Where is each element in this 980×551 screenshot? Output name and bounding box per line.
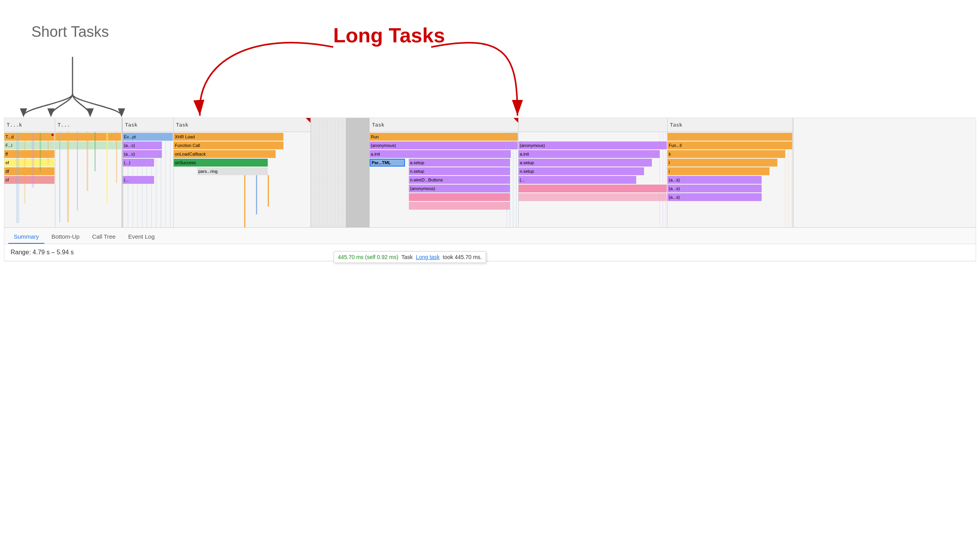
flame-dotsrow: (... bbox=[519, 176, 636, 184]
flame-parsing: pars...ring bbox=[197, 167, 268, 175]
gap-area2 bbox=[346, 118, 370, 227]
flame-onsuccess: onSuccess bbox=[174, 159, 268, 167]
flame-as5: (a...s) bbox=[668, 193, 762, 201]
mini-bar-6 bbox=[106, 132, 108, 203]
track-header-t2: T... bbox=[55, 118, 122, 132]
flame-partml: Par...TML bbox=[370, 159, 405, 167]
track-header-task3: Task bbox=[174, 118, 310, 132]
track-header-t2-label: T... bbox=[58, 122, 70, 128]
tab-call-tree[interactable]: Call Tree bbox=[87, 230, 121, 244]
track-col-task2: Task Ev...pt (a...s) (a...s) (...) (... bbox=[123, 118, 174, 227]
tooltip: 445.70 ms (self 0.92 ms) Task Long task … bbox=[334, 251, 486, 263]
flame-anon3 bbox=[409, 193, 510, 201]
mini-pattern3 bbox=[785, 132, 793, 227]
flame-as3: (a...s) bbox=[668, 176, 762, 184]
range-text: Range: 4.79 s – 5.94 s bbox=[11, 249, 74, 256]
flame-anon2: (anonymous) bbox=[409, 185, 510, 192]
svg-marker-0 bbox=[21, 109, 26, 116]
mini-bars-bg bbox=[4, 133, 54, 223]
track-col-task6: Task Run (anonymous) a.init Par...TML a.… bbox=[370, 118, 519, 227]
tab-bar: Summary Bottom-Up Call Tree Event Log bbox=[4, 228, 976, 244]
tab-summary[interactable]: Summary bbox=[8, 230, 44, 244]
flame-task8-main bbox=[668, 133, 792, 141]
flame-asetup1: a.setup bbox=[409, 159, 510, 167]
long-tasks-label: Long Tasks bbox=[333, 24, 445, 47]
track-header-task3-label: Task bbox=[176, 122, 188, 128]
track-col-task7: (anonymous) a.init a.setup n.setup (... bbox=[519, 118, 668, 227]
track-body-task2: Ev...pt (a...s) (a...s) (...) (... bbox=[123, 132, 173, 227]
flame-xhr: XHR Load bbox=[174, 133, 283, 141]
track-header-task8-label: Task bbox=[670, 122, 682, 128]
mini-pattern1 bbox=[506, 132, 518, 227]
svg-marker-2 bbox=[87, 109, 93, 116]
track-header-task2: Task bbox=[123, 118, 173, 132]
tick-1 bbox=[244, 175, 245, 227]
flame-row9 bbox=[409, 202, 510, 210]
flame-ainit1: a.init bbox=[370, 150, 511, 158]
tooltip-suffix: took 445.70 ms. bbox=[443, 254, 482, 260]
flame-pink2 bbox=[519, 193, 667, 201]
flame-funll: Fun...ll bbox=[668, 141, 792, 149]
flame-pink1 bbox=[519, 185, 667, 192]
red-triangle-1 bbox=[306, 118, 310, 123]
flame-i: i bbox=[668, 167, 769, 175]
tooltip-link[interactable]: Long task bbox=[416, 254, 440, 260]
mini-bar-1 bbox=[59, 132, 60, 222]
performance-panel: T...k T...d F...l ff ef bbox=[4, 118, 976, 261]
track-header-tk: T...k bbox=[4, 118, 55, 132]
track-header-task8: Task bbox=[668, 118, 793, 132]
mini-pattern2 bbox=[659, 132, 667, 227]
track-col-task3: Task XHR Load Function Call onLoadCallba… bbox=[174, 118, 311, 227]
flame-run: Run bbox=[370, 133, 518, 141]
track-header-tk-label: T...k bbox=[7, 122, 22, 128]
track-header-task6-label: Task bbox=[372, 122, 384, 128]
flame-anon4: (anonymous) bbox=[519, 141, 667, 149]
track-body-task7: (anonymous) a.init a.setup n.setup (... bbox=[519, 132, 667, 227]
flame-nsetup2: n.setup bbox=[519, 167, 644, 175]
track-body-task6: Run (anonymous) a.init Par...TML a.setup… bbox=[370, 132, 518, 227]
mini-bar-5 bbox=[94, 132, 96, 171]
track-body-tk: T...d F...l ff ef df bbox=[4, 132, 55, 227]
track-remainder bbox=[793, 118, 976, 227]
track-col-tk: T...k T...d F...l ff ef bbox=[4, 118, 55, 227]
tooltip-time: 445.70 ms (self 0.92 ms) bbox=[338, 254, 398, 260]
mini-bg bbox=[123, 132, 173, 227]
track-body-t2 bbox=[55, 132, 122, 227]
flame-func: Function Call bbox=[174, 141, 283, 149]
flame-nwired: n.wireD...Buttons bbox=[409, 176, 510, 184]
tooltip-text-pre: Task bbox=[401, 254, 413, 260]
track-header-task6: Task bbox=[370, 118, 518, 132]
mini-bar-2 bbox=[67, 132, 69, 222]
mini-bar-7 bbox=[116, 132, 117, 183]
track-col-t2: T... bbox=[55, 118, 122, 227]
tick-3 bbox=[268, 175, 269, 207]
tab-bottom-up[interactable]: Bottom-Up bbox=[46, 230, 85, 244]
tab-event-log[interactable]: Event Log bbox=[123, 230, 160, 244]
track-header-task7 bbox=[519, 118, 667, 132]
track-body-task8: Fun...ll k l i (a...s) (a...s) (a...s) bbox=[668, 132, 793, 227]
flame-onload: onLoadCallback bbox=[174, 150, 276, 158]
flame-asetup2: a.setup bbox=[519, 159, 652, 167]
svg-marker-1 bbox=[48, 109, 54, 116]
flame-ainit2: a.init bbox=[519, 150, 660, 158]
red-triangle-2 bbox=[514, 118, 518, 123]
svg-marker-3 bbox=[119, 109, 124, 116]
mini-bar-3 bbox=[77, 132, 78, 210]
range-bar: Range: 4.79 s – 5.94 s bbox=[4, 244, 976, 261]
flame-l: l bbox=[668, 159, 777, 167]
timeline-area: T...k T...d F...l ff ef bbox=[4, 118, 976, 228]
gap-pattern bbox=[311, 118, 346, 227]
short-tasks-label: Short Tasks bbox=[31, 24, 109, 40]
flame-as4: (a...s) bbox=[668, 185, 762, 192]
mini-bar-4 bbox=[87, 132, 88, 191]
flame-t2-1 bbox=[55, 133, 121, 141]
flame-nsetup1: n.setup bbox=[409, 167, 510, 175]
track-header-task2-label: Task bbox=[125, 122, 137, 128]
tick-2 bbox=[256, 175, 257, 214]
flame-k: k bbox=[668, 150, 785, 158]
flame-t2-2 bbox=[55, 141, 121, 149]
track-col-task8: Task Fun...ll k l i (a...s) (a...s) (a..… bbox=[668, 118, 793, 227]
flame-anon1: (anonymous) bbox=[370, 141, 518, 149]
track-body-task3: XHR Load Function Call onLoadCallback on… bbox=[174, 132, 310, 227]
gap-area bbox=[311, 118, 346, 227]
